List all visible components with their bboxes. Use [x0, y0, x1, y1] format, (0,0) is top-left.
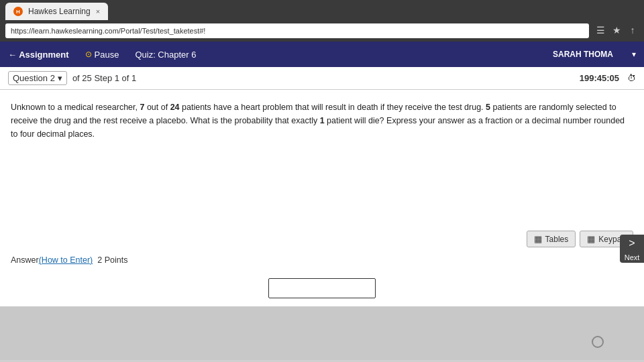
- answer-input[interactable]: [268, 278, 376, 298]
- app-header: ← Assignment ⊙ Pause Quiz: Chapter 6 SAR…: [0, 42, 644, 67]
- user-dropdown-button[interactable]: ▾: [632, 50, 636, 59]
- points-label: 2 Points: [97, 255, 127, 265]
- timer-icon[interactable]: ⏱: [627, 73, 636, 83]
- tables-button[interactable]: ▦ Tables: [527, 231, 576, 247]
- answer-label-text: Answer: [11, 255, 39, 265]
- tab-close-button[interactable]: ×: [96, 7, 100, 15]
- question-number-label: Question 2: [13, 73, 55, 83]
- circle-decoration: [592, 336, 604, 348]
- pause-button[interactable]: ⊙ Pause: [85, 50, 119, 60]
- address-bar-input[interactable]: [5, 23, 589, 38]
- how-to-enter-link[interactable]: (How to Enter): [39, 255, 93, 265]
- question-text-part3: patients have a heart problem that will …: [180, 103, 486, 112]
- timer-display: 199:45:05: [580, 73, 619, 83]
- tab-label: Hawkes Learning: [28, 7, 91, 16]
- tab-favicon: H: [13, 7, 23, 16]
- next-chevron-icon[interactable]: >: [623, 235, 640, 252]
- next-label[interactable]: Next: [622, 252, 643, 263]
- gray-background-area: [0, 306, 644, 360]
- pause-icon: ⊙: [85, 50, 92, 59]
- answer-label: Answer(How to Enter) 2 Points: [11, 255, 633, 265]
- browser-menu-icon[interactable]: ☰: [594, 25, 606, 37]
- question-dropdown-arrow: ▾: [58, 73, 62, 83]
- browser-sync-icon[interactable]: ↑: [627, 25, 639, 37]
- pause-label: Pause: [95, 50, 119, 60]
- question-selector[interactable]: Question 2 ▾: [8, 71, 67, 85]
- browser-tab[interactable]: H Hawkes Learning ×: [5, 3, 108, 20]
- user-name: SARAH THOMA: [553, 50, 613, 59]
- next-navigation[interactable]: > Next: [620, 235, 644, 263]
- tables-label: Tables: [545, 235, 569, 244]
- question-bar: Question 2 ▾ of 25 Step 1 of 1 199:45:05…: [0, 67, 644, 90]
- assignment-link[interactable]: ← Assignment: [8, 50, 69, 60]
- browser-star-icon[interactable]: ★: [610, 25, 623, 37]
- question-text-part1: Unknown to a medical researcher,: [11, 103, 140, 112]
- question-text: Unknown to a medical researcher, 7 out o…: [11, 101, 628, 141]
- question-bold-5: 5: [486, 103, 490, 112]
- tools-row: ▦ Tables ▦ Keypad: [0, 224, 644, 250]
- answer-input-row: [11, 278, 633, 298]
- quiz-label: Quiz: Chapter 6: [135, 50, 196, 60]
- keypad-icon: ▦: [587, 234, 595, 244]
- question-text-part2: out of: [144, 103, 170, 112]
- tables-icon: ▦: [534, 234, 542, 244]
- question-bold-1: 1: [320, 116, 325, 125]
- question-content: Unknown to a medical researcher, 7 out o…: [0, 90, 644, 224]
- answer-section: Answer(How to Enter) 2 Points: [0, 250, 644, 306]
- question-bold-24: 24: [170, 103, 180, 112]
- question-of-label: of 25 Step 1 of 1: [72, 73, 136, 83]
